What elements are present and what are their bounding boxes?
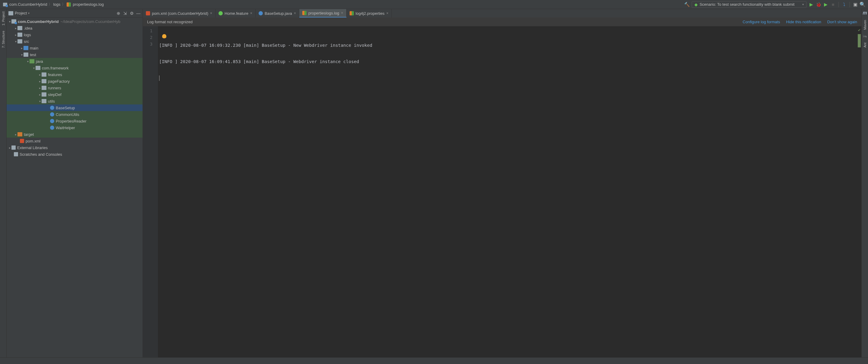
expand-arrow[interactable] — [32, 66, 36, 70]
tree-node-runners[interactable]: runners — [7, 85, 143, 91]
expand-arrow[interactable] — [14, 33, 18, 36]
intention-bulb-icon[interactable] — [162, 34, 166, 38]
coverage-button[interactable]: ▶ — [824, 2, 828, 7]
breadcrumb-logs[interactable]: logs — [53, 2, 61, 7]
tree-node-propreader[interactable]: PropertiesReader — [7, 118, 143, 124]
tree-node-src[interactable]: src — [7, 38, 143, 45]
run-config-label: Scenario: To test search functionality w… — [700, 2, 795, 7]
class-icon — [50, 112, 54, 116]
ide-tools-button[interactable]: ▣ — [853, 2, 858, 7]
expand-arrow[interactable] — [20, 53, 24, 56]
close-icon[interactable]: × — [294, 11, 296, 16]
inspection-ok-icon[interactable]: ✔ — [858, 28, 861, 32]
tab-log4j[interactable]: log4j2.properties × — [347, 9, 392, 18]
editor[interactable]: 1 2 3 [INFO ] 2020-08-07 16:09:32.230 [m… — [143, 26, 861, 357]
breadcrumb-root[interactable]: com.CucumberHybrid — [9, 2, 47, 7]
status-bar — [0, 357, 868, 364]
expand-icon[interactable]: ⇲ — [123, 11, 127, 16]
structure-tool-tab[interactable]: 7: Structure — [1, 30, 6, 49]
tab-basesetup[interactable]: BaseSetup.java × — [255, 9, 299, 18]
cucumber-icon: ◆ — [694, 2, 698, 7]
tree-node-target[interactable]: target — [7, 131, 143, 138]
configure-log-formats-link[interactable]: Configure log formats — [743, 20, 780, 24]
tree-node-java[interactable]: java — [7, 58, 143, 64]
git-update-button[interactable]: ⤵ — [842, 2, 846, 7]
breadcrumb-file[interactable]: propertieslogs.log — [73, 2, 104, 7]
notification-bar: Log format not recognized Configure log … — [143, 18, 861, 26]
expand-arrow[interactable] — [38, 93, 41, 96]
module-icon — [3, 3, 7, 6]
class-icon — [50, 106, 54, 110]
package-icon — [41, 79, 46, 83]
close-icon[interactable]: × — [341, 11, 343, 15]
maven-tool-label[interactable]: Maven — [863, 19, 867, 31]
test-folder-icon — [30, 59, 34, 63]
project-tree-header: Project ▾ ⊕ ⇲ ⚙ — — [7, 9, 143, 18]
hide-notification-link[interactable]: Hide this notification — [786, 20, 821, 24]
log-file-icon — [67, 2, 71, 7]
locate-icon[interactable]: ⊕ — [116, 11, 121, 16]
module-icon — [11, 19, 16, 24]
tree-node-idea[interactable]: .idea — [7, 25, 143, 31]
project-tool-tab[interactable]: 1: Project — [1, 10, 6, 27]
close-icon[interactable]: × — [210, 11, 212, 16]
expand-arrow[interactable] — [14, 133, 18, 136]
dont-show-again-link[interactable]: Don't show again — [827, 20, 857, 24]
close-icon[interactable]: × — [386, 11, 389, 16]
tree-node-logs[interactable]: logs — [7, 31, 143, 38]
tree-node-pagefactory[interactable]: pageFactory — [7, 78, 143, 85]
expand-arrow[interactable] — [26, 60, 30, 63]
tree-node-scratches[interactable]: Scratches and Consoles — [7, 151, 143, 158]
search-everywhere-button[interactable]: 🔍 — [860, 2, 865, 7]
tree-node-test[interactable]: test — [7, 51, 143, 58]
expand-arrow[interactable] — [14, 27, 18, 30]
tree-node-utils[interactable]: utils — [7, 98, 143, 105]
tab-propertieslogs[interactable]: propertieslogs.log × — [299, 9, 347, 18]
tree-node-basesetup[interactable]: BaseSetup — [7, 105, 143, 111]
marker-strip[interactable]: ✔ — [857, 26, 861, 357]
build-icon[interactable]: 🔨 — [684, 2, 689, 7]
code-area[interactable]: [INFO ] 2020-08-07 16:09:32.230 [main] B… — [158, 26, 857, 357]
tree-view-title[interactable]: Project — [15, 11, 27, 16]
close-icon[interactable]: × — [250, 11, 252, 16]
settings-icon[interactable]: ⚙ — [129, 11, 134, 16]
ant-tool-tab[interactable]: 🐜 — [863, 34, 867, 38]
tree-node-framework[interactable]: com.framework — [7, 64, 143, 71]
properties-icon — [350, 11, 354, 16]
breadcrumb[interactable]: com.CucumberHybrid 〉 logs 〉 propertieslo… — [3, 2, 104, 7]
expand-arrow[interactable] — [8, 146, 11, 149]
run-configuration-selector[interactable]: ◆ Scenario: To test search functionality… — [692, 1, 807, 8]
marker[interactable] — [858, 34, 861, 41]
chevron-right-icon: 〉 — [49, 2, 52, 7]
tree-node-root[interactable]: com.CucumberHybrid ~/IdeaProjects/com.Cu… — [7, 18, 143, 25]
chevron-down-icon[interactable]: ▾ — [28, 11, 30, 15]
debug-button[interactable]: 🐞 — [816, 2, 821, 7]
tree-node-stepdef[interactable]: stepDef — [7, 91, 143, 98]
tree-node-extlib[interactable]: External Libraries — [7, 144, 143, 151]
run-button[interactable]: ▶ — [809, 2, 814, 7]
tab-pom[interactable]: pom.xml (com.CucumberHybrid) × — [143, 9, 216, 18]
expand-arrow[interactable] — [14, 40, 18, 43]
expand-arrow[interactable] — [20, 47, 24, 50]
marker[interactable] — [858, 41, 861, 47]
tree-node-commonutils[interactable]: CommonUtils — [7, 111, 143, 118]
tree-node-main[interactable]: main — [7, 45, 143, 51]
maven-tool-tab[interactable]: m — [863, 10, 867, 16]
folder-icon — [24, 46, 28, 50]
hide-icon[interactable]: — — [136, 11, 141, 16]
folder-icon — [18, 26, 22, 30]
editor-tabs: pom.xml (com.CucumberHybrid) × Home.feat… — [143, 9, 861, 18]
ant-tool-label[interactable]: Ant — [863, 41, 867, 49]
tree-node-features[interactable]: features — [7, 71, 143, 78]
expand-arrow[interactable] — [38, 86, 41, 90]
tree-node-waithelper[interactable]: WaitHelper — [7, 124, 143, 131]
tree-node-pomxml[interactable]: pom.xml — [7, 138, 143, 144]
cucumber-icon — [218, 11, 223, 16]
expand-arrow[interactable] — [8, 20, 11, 23]
project-tree[interactable]: com.CucumberHybrid ~/IdeaProjects/com.Cu… — [7, 18, 143, 357]
tab-home[interactable]: Home.feature × — [216, 9, 255, 18]
notification-message: Log format not recognized — [147, 20, 193, 24]
expand-arrow[interactable] — [38, 100, 41, 103]
expand-arrow[interactable] — [38, 80, 41, 83]
expand-arrow[interactable] — [38, 73, 41, 76]
